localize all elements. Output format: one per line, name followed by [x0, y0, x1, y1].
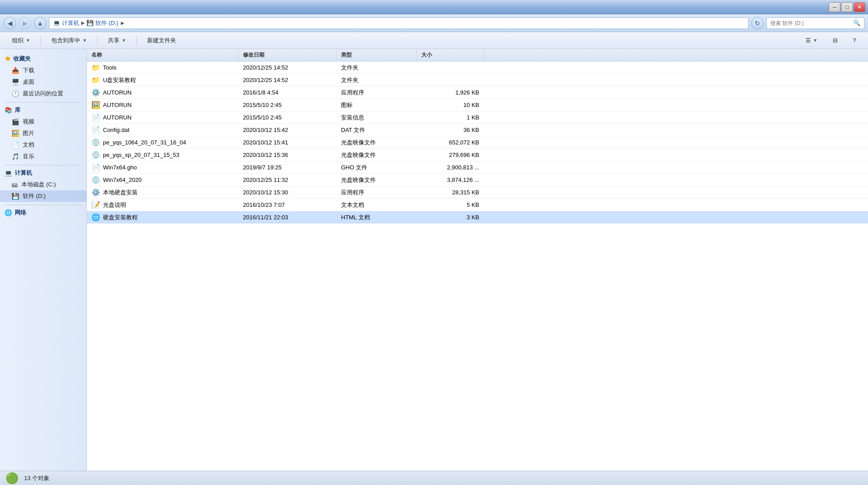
documents-icon: 📄	[12, 141, 19, 148]
status-count: 13 个对象	[24, 474, 49, 482]
table-row[interactable]: ⚙️本地硬盘安装2020/10/12 15:30应用程序28,315 KB	[87, 186, 868, 199]
sidebar-libraries-header[interactable]: 📚 库	[0, 104, 86, 116]
sidebar-item-downloads[interactable]: 📥 下载	[0, 65, 86, 76]
sidebar: ★ 收藏夹 📥 下载 🖥️ 桌面 🕐 最近访问的位置 📚 库	[0, 49, 87, 471]
file-type-cell: 光盘映像文件	[337, 139, 417, 147]
file-name-cell: 📄AUTORUN	[87, 113, 239, 122]
title-bar: ─ □ ✕	[0, 0, 868, 14]
maximize-button[interactable]: □	[841, 2, 853, 12]
title-bar-controls: ─ □ ✕	[829, 2, 865, 12]
col-type[interactable]: 类型	[337, 49, 417, 61]
share-button[interactable]: 共享 ▼	[101, 34, 133, 47]
refresh-button[interactable]: ↻	[751, 17, 764, 29]
preview-pane-button[interactable]: ⊟	[826, 34, 844, 47]
sidebar-item-music[interactable]: 🎵 音乐	[0, 151, 86, 162]
table-row[interactable]: 📁U盘安装教程2020/12/25 14:52文件夹	[87, 74, 868, 86]
file-modified-cell: 2020/12/25 11:32	[239, 177, 337, 183]
table-row[interactable]: 💿pe_yqs_xp_20_07_31_15_532020/10/12 15:3…	[87, 149, 868, 161]
table-row[interactable]: 🖼️AUTORUN2015/5/10 2:45图标10 KB	[87, 99, 868, 111]
file-size-cell: 279,696 KB	[417, 152, 484, 158]
file-size-cell: 10 KB	[417, 102, 484, 108]
table-row[interactable]: 💿Win7x64_20202020/12/25 11:32光盘映像文件3,874…	[87, 174, 868, 186]
table-row[interactable]: 🌐硬盘安装教程2016/11/21 22:03HTML 文档3 KB	[87, 211, 868, 224]
file-name-cell: ⚙️本地硬盘安装	[87, 188, 239, 197]
file-icon: 💿	[91, 138, 100, 147]
file-type-cell: 光盘映像文件	[337, 151, 417, 159]
col-name[interactable]: 名称	[87, 49, 239, 61]
file-type-cell: 文件夹	[337, 76, 417, 84]
file-name: Config.dat	[103, 127, 129, 133]
sidebar-favorites-label: 收藏夹	[13, 55, 31, 63]
search-icon[interactable]: 🔍	[853, 20, 860, 26]
breadcrumb-drive[interactable]: 软件 (D:)	[95, 19, 118, 27]
up-button[interactable]: ▲	[34, 17, 46, 29]
file-size-cell: 652,072 KB	[417, 139, 484, 146]
breadcrumb-arrow[interactable]: ▶	[120, 21, 125, 26]
share-arrow: ▼	[122, 38, 126, 43]
sidebar-item-software-d[interactable]: 💾 软件 (D:)	[0, 190, 86, 202]
file-name: pe_yqs_xp_20_07_31_15_53	[103, 152, 179, 158]
sidebar-item-desktop[interactable]: 🖥️ 桌面	[0, 76, 86, 88]
software-d-icon: 💾	[12, 193, 19, 200]
file-modified-cell: 2020/10/12 15:30	[239, 189, 337, 196]
table-row[interactable]: 📝光盘说明2016/10/23 7:07文本文档5 KB	[87, 199, 868, 211]
recent-icon: 🕐	[12, 90, 19, 97]
sidebar-computer-header[interactable]: 💻 计算机	[0, 167, 86, 179]
music-icon: 🎵	[12, 153, 19, 160]
search-box[interactable]: 🔍	[766, 17, 864, 29]
help-button[interactable]: ?	[846, 34, 863, 47]
file-modified-cell: 2016/1/8 4:54	[239, 89, 337, 96]
sidebar-local-c-label: 本地磁盘 (C:)	[21, 181, 56, 189]
close-button[interactable]: ✕	[854, 2, 865, 12]
new-folder-button[interactable]: 新建文件夹	[140, 34, 183, 47]
sidebar-item-documents[interactable]: 📄 文档	[0, 139, 86, 151]
table-row[interactable]: ⚙️AUTORUN2016/1/8 4:54应用程序1,926 KB	[87, 86, 868, 99]
file-type-cell: 图标	[337, 101, 417, 109]
sidebar-item-videos[interactable]: 🎬 视频	[0, 116, 86, 127]
sidebar-item-local-c[interactable]: 🖴 本地磁盘 (C:)	[0, 179, 86, 190]
file-icon: 🌐	[91, 213, 100, 222]
file-icon: 💿	[91, 151, 100, 159]
sidebar-divider-3	[4, 205, 82, 205]
sidebar-libraries-label: 库	[15, 106, 21, 114]
file-name-cell: 📄Config.dat	[87, 126, 239, 134]
file-icon: 💿	[91, 176, 100, 184]
back-button[interactable]: ◀	[4, 17, 16, 29]
local-c-icon: 🖴	[12, 181, 18, 188]
sidebar-libraries-section: 📚 库 🎬 视频 🖼️ 图片 📄 文档 🎵 音乐	[0, 104, 86, 162]
table-row[interactable]: 📄AUTORUN2015/5/10 2:45安装信息1 KB	[87, 111, 868, 124]
view-options-button[interactable]: ☰ ▼	[799, 34, 824, 47]
sidebar-network-section: 🌐 网络	[0, 207, 86, 218]
table-row[interactable]: 📄Config.dat2020/10/12 15:42DAT 文件36 KB	[87, 124, 868, 136]
file-icon: ⚙️	[91, 88, 100, 97]
organize-button[interactable]: 组织 ▼	[5, 34, 37, 47]
file-name-cell: 📝光盘说明	[87, 201, 239, 209]
sidebar-item-recent[interactable]: 🕐 最近访问的位置	[0, 88, 86, 99]
sidebar-music-label: 音乐	[23, 152, 34, 160]
file-size-cell: 1,926 KB	[417, 89, 484, 96]
pictures-icon: 🖼️	[12, 130, 19, 137]
table-row[interactable]: 📄Win7x64.gho2019/9/7 19:25GHO 文件2,900,81…	[87, 161, 868, 174]
column-header: 名称 修改日期 类型 大小	[87, 49, 868, 62]
breadcrumb-computer[interactable]: 计算机	[62, 19, 79, 27]
sidebar-favorites-header[interactable]: ★ 收藏夹	[0, 53, 86, 65]
sidebar-item-pictures[interactable]: 🖼️ 图片	[0, 127, 86, 139]
minimize-button[interactable]: ─	[829, 2, 840, 12]
file-icon: ⚙️	[91, 188, 100, 197]
sidebar-network-header[interactable]: 🌐 网络	[0, 207, 86, 218]
file-modified-cell: 2020/12/25 14:52	[239, 77, 337, 83]
file-modified-cell: 2020/10/12 15:41	[239, 139, 337, 146]
col-size[interactable]: 大小	[417, 49, 484, 61]
file-type-cell: 文件夹	[337, 64, 417, 72]
include-arrow: ▼	[82, 38, 87, 43]
table-row[interactable]: 💿pe_yqs_1064_20_07_31_16_042020/10/12 15…	[87, 136, 868, 149]
file-name-cell: 🌐硬盘安装教程	[87, 213, 239, 222]
search-input[interactable]	[770, 20, 852, 26]
file-modified-cell: 2020/10/12 15:36	[239, 152, 337, 158]
table-row[interactable]: 📁Tools2020/12/25 14:52文件夹	[87, 62, 868, 74]
col-modified[interactable]: 修改日期	[239, 49, 337, 61]
forward-button[interactable]: ▶	[19, 17, 31, 29]
include-library-button[interactable]: 包含到库中 ▼	[45, 34, 94, 47]
file-modified-cell: 2015/5/10 2:45	[239, 114, 337, 121]
sidebar-desktop-label: 桌面	[23, 78, 34, 86]
